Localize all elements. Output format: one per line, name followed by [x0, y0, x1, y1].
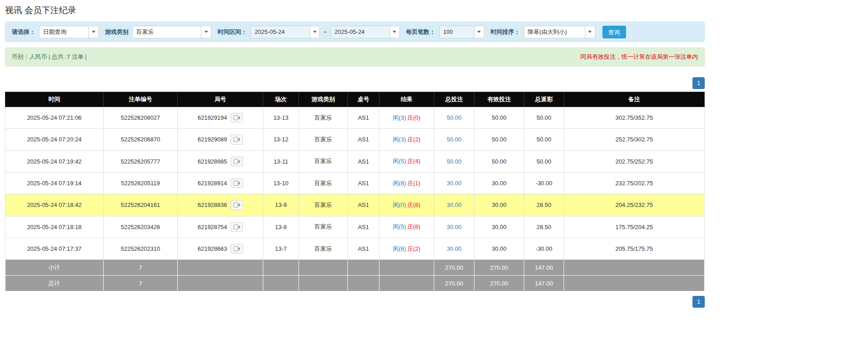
- cell-note: 302.75/352.75: [564, 107, 705, 129]
- cell-note: 205.75/175.75: [564, 238, 705, 259]
- valid-bet-notice: 同局有效投注，统一计算在该局第一张注单内: [580, 53, 698, 61]
- table-row: 2025-05-24 07:21:06 522526208027 6219291…: [5, 107, 705, 129]
- cell-total-bet: 30.00: [434, 194, 474, 216]
- game-type-select[interactable]: 百家乐: [132, 26, 211, 38]
- content-container: 视讯 会员下注纪录 请选择： 日期查询 游戏类别 百家乐 时间区间： 2025-…: [5, 5, 705, 308]
- currency-summary: 币别：人民币 | 总共 :7 注单 |: [12, 53, 87, 61]
- video-icon-button[interactable]: [231, 135, 243, 144]
- video-icon-button[interactable]: [231, 222, 243, 232]
- cell-game-type: 百家乐: [299, 216, 348, 238]
- header-total-bet: 总投注: [434, 92, 474, 107]
- cell-valid-bet: 50.00: [474, 107, 524, 129]
- table-body: 2025-05-24 07:21:06 522526208027 6219291…: [5, 107, 705, 260]
- round-id-text: 621928754: [198, 224, 227, 230]
- cell-total-bet: 50.00: [434, 107, 474, 129]
- cell-game-type: 百家乐: [299, 129, 348, 150]
- cell-total-bet: 30.00: [434, 172, 474, 194]
- game-type-value: 百家乐: [133, 26, 201, 38]
- header-note: 备注: [564, 92, 705, 107]
- date-to-value: 2025-05-24: [331, 26, 389, 38]
- subtotal-count: 7: [104, 260, 178, 276]
- cell-session: 13-10: [263, 172, 299, 194]
- round-id-text: 621928663: [198, 245, 227, 252]
- cell-note: 204.25/232.75: [564, 194, 705, 216]
- total-count: 7: [104, 276, 178, 291]
- total-bet-link[interactable]: 50.00: [447, 158, 462, 165]
- time-sort-select[interactable]: 降幂(由大到小): [524, 26, 595, 38]
- per-page-select[interactable]: 100: [439, 26, 484, 38]
- cell-table-no: AS1: [348, 216, 379, 238]
- cell-round-id: 621929194: [178, 107, 263, 129]
- search-button[interactable]: 查询: [602, 26, 626, 38]
- date-from-select[interactable]: 2025-05-24: [251, 26, 320, 38]
- video-icon-button[interactable]: [231, 200, 243, 210]
- cell-session: 13-13: [263, 107, 299, 129]
- cell-total-bet: 50.00: [434, 129, 474, 150]
- round-id-text: 621928836: [198, 202, 227, 208]
- cell-time: 2025-05-24 07:17:37: [5, 238, 104, 259]
- subtotal-total-bet: 270.00: [434, 260, 474, 276]
- cell-game-type: 百家乐: [299, 194, 348, 216]
- total-bet-link[interactable]: 30.00: [447, 245, 462, 252]
- total-payout: 147.00: [524, 276, 564, 291]
- video-icon: [233, 202, 240, 209]
- cell-result: 闲(6)庄(2): [379, 238, 434, 259]
- header-result: 结果: [379, 92, 434, 107]
- total-bet-link[interactable]: 30.00: [447, 224, 462, 230]
- cell-session: 13-8: [263, 216, 299, 238]
- cell-result: 闲(8)庄(1): [379, 172, 434, 194]
- table-row: 2025-05-24 07:17:37 522526202310 6219286…: [5, 238, 705, 259]
- chevron-down-icon: [201, 26, 211, 38]
- subtotal-label: 小计: [5, 260, 104, 276]
- cell-table-no: AS1: [348, 238, 379, 259]
- table-row: 2025-05-24 07:18:18 522526203426 6219287…: [5, 216, 705, 238]
- result-player: 闲(0): [393, 202, 406, 208]
- header-game-type: 游戏类别: [299, 92, 348, 107]
- page-button-1[interactable]: 1: [693, 77, 705, 89]
- cell-table-no: AS1: [348, 150, 379, 172]
- cell-valid-bet: 30.00: [474, 194, 524, 216]
- table-row: 2025-05-24 07:19:42 522526205777 6219289…: [5, 150, 705, 172]
- total-bet-link[interactable]: 50.00: [447, 136, 462, 143]
- total-bet-link[interactable]: 50.00: [447, 114, 462, 121]
- time-range-label: 时间区间：: [218, 28, 247, 36]
- cell-total-bet: 50.00: [434, 150, 474, 172]
- cell-bet-id: 522526204161: [104, 194, 178, 216]
- filter-bar: 请选择： 日期查询 游戏类别 百家乐 时间区间： 2025-05-24 ~ 20…: [5, 22, 705, 42]
- bet-records-table: 时间 注单编号 局号 场次 游戏类别 桌号 结果 总投注 有效投注 总派彩 备注…: [5, 92, 705, 291]
- cell-payout: -30.00: [524, 172, 564, 194]
- cell-payout: 50.00: [524, 107, 564, 129]
- cell-session: 13-11: [263, 150, 299, 172]
- total-bet-link[interactable]: 30.00: [447, 180, 462, 187]
- round-id-text: 621929194: [198, 114, 227, 121]
- video-icon-button[interactable]: [231, 178, 243, 188]
- page-button-1[interactable]: 1: [693, 296, 705, 308]
- cell-result: 闲(5)庄(8): [379, 216, 434, 238]
- result-banker: 庄(8): [408, 223, 421, 230]
- subtotal-payout: 147.00: [524, 260, 564, 276]
- cell-payout: 28.50: [524, 216, 564, 238]
- result-player: 闲(3): [393, 136, 406, 143]
- total-bet-link[interactable]: 30.00: [447, 202, 462, 208]
- date-type-select[interactable]: 日期查询: [39, 26, 99, 38]
- video-icon-button[interactable]: [231, 157, 243, 166]
- cell-valid-bet: 30.00: [474, 172, 524, 194]
- cell-result: 闲(5)庄(4): [379, 150, 434, 172]
- video-icon: [233, 137, 240, 144]
- cell-round-id: 621928754: [178, 216, 263, 238]
- pagination-bottom: 1: [5, 296, 705, 308]
- result-player: 闲(6): [393, 245, 406, 252]
- cell-payout: 50.00: [524, 150, 564, 172]
- chevron-down-icon: [309, 26, 319, 38]
- video-icon-button[interactable]: [231, 244, 243, 253]
- total-row: 总计 7 270.00 270.00 147.00: [5, 276, 705, 291]
- subtotal-row: 小计 7 270.00 270.00 147.00: [5, 260, 705, 276]
- video-icon-button[interactable]: [231, 113, 243, 122]
- cell-note: 202.75/252.75: [564, 150, 705, 172]
- cell-bet-id: 522526202310: [104, 238, 178, 259]
- cell-table-no: AS1: [348, 194, 379, 216]
- result-banker: 庄(0): [408, 114, 421, 121]
- date-to-select[interactable]: 2025-05-24: [331, 26, 400, 38]
- header-session: 场次: [263, 92, 299, 107]
- cell-table-no: AS1: [348, 107, 379, 129]
